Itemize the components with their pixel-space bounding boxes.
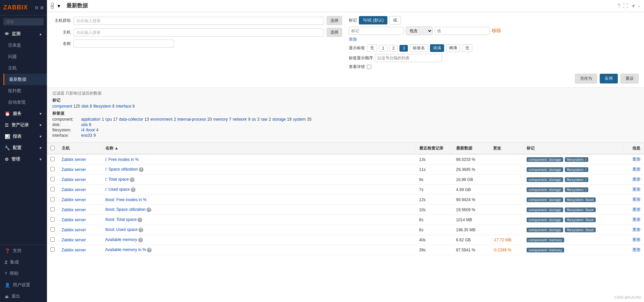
- expand-topbar-button[interactable]: ▼: [631, 3, 636, 9]
- name-link[interactable]: Available memory in %: [105, 247, 146, 252]
- host-link[interactable]: Zabbix server: [62, 218, 86, 222]
- host-link[interactable]: Zabbix server: [62, 228, 86, 232]
- name-link[interactable]: Available memory: [105, 237, 137, 242]
- tag-chip[interactable]: component 125: [52, 104, 80, 109]
- sidebar-item-logout[interactable]: ⏏ 退出: [0, 291, 47, 302]
- tag-badge[interactable]: component: storage: [527, 207, 563, 212]
- tag-val-button[interactable]: os: [252, 117, 256, 122]
- info-link[interactable]: 图形: [633, 177, 641, 182]
- sidebar-item-dashboard[interactable]: 仪表盘: [3, 40, 47, 51]
- info-link[interactable]: 图形: [633, 207, 641, 212]
- tag-or-button[interactable]: 或: [389, 16, 401, 24]
- minimize-icon[interactable]: ⊟: [35, 5, 38, 10]
- host-group-select-button[interactable]: 选择: [327, 16, 342, 25]
- sidebar-item-integrations[interactable]: Z 集成: [0, 256, 47, 268]
- tag-badge[interactable]: component: memory: [527, 248, 564, 252]
- sidebar-group-config[interactable]: 🔧 配置 ▼: [0, 142, 47, 154]
- tag-badge[interactable]: component: storage: [527, 157, 563, 162]
- item-help-icon[interactable]: ?: [139, 228, 143, 232]
- host-link[interactable]: Zabbix server: [62, 248, 86, 252]
- name-link[interactable]: /: Free inodes in %: [105, 157, 139, 162]
- sidebar-group-asset[interactable]: ☰ 资产记录 ▼: [0, 119, 47, 131]
- fullscreen-icon[interactable]: ⛶: [623, 3, 628, 9]
- search-input[interactable]: [3, 18, 44, 25]
- tag-badge[interactable]: filesystem: /boot: [565, 228, 595, 232]
- tag-badge[interactable]: component: storage: [527, 218, 563, 222]
- select-all-checkbox[interactable]: [50, 146, 55, 150]
- sidebar-item-problems[interactable]: 问题: [3, 51, 47, 62]
- tag-badge[interactable]: component: storage: [527, 177, 563, 182]
- col-host-header[interactable]: 主机: [58, 143, 102, 154]
- row-checkbox[interactable]: [50, 197, 55, 201]
- host-link[interactable]: Zabbix server: [62, 177, 86, 182]
- col-change-header[interactable]: 更改: [490, 143, 523, 154]
- name-link[interactable]: /: Used space: [105, 187, 130, 192]
- display-tagname-button[interactable]: 标签名: [410, 44, 428, 52]
- name-link[interactable]: /boot: Space utilization: [105, 207, 146, 212]
- display-none-button[interactable]: 无: [367, 44, 377, 52]
- tag-val-button[interactable]: internal-process: [177, 117, 206, 122]
- saveas-button[interactable]: 另存为: [575, 74, 597, 83]
- row-checkbox[interactable]: [50, 157, 55, 161]
- reset-button[interactable]: 重设: [621, 74, 639, 83]
- item-help-icon[interactable]: ?: [138, 218, 142, 222]
- tag-val-button[interactable]: application: [81, 117, 100, 122]
- host-input[interactable]: [73, 28, 324, 37]
- row-checkbox[interactable]: [50, 237, 55, 242]
- display-none2-button[interactable]: 无: [462, 44, 472, 52]
- info-link[interactable]: 图形: [633, 187, 641, 192]
- tag-val-button[interactable]: cpu: [105, 117, 112, 122]
- forward-topbar-button[interactable]: ›: [638, 3, 640, 9]
- sidebar-group-monitoring[interactable]: 👁 监测 ▲: [0, 28, 47, 40]
- tag-badge[interactable]: filesystem: /: [565, 187, 588, 192]
- tag-val-button[interactable]: /4: [81, 128, 85, 132]
- info-link[interactable]: 图形: [633, 247, 641, 252]
- display-1-button[interactable]: 1: [379, 45, 387, 52]
- col-lastdata-header[interactable]: 最新数据: [453, 143, 490, 154]
- tag-chip[interactable]: filesystem 8: [93, 104, 114, 109]
- tag-badge[interactable]: component: storage: [527, 197, 563, 202]
- row-checkbox[interactable]: [50, 187, 55, 191]
- host-link[interactable]: Zabbix server: [62, 157, 86, 162]
- item-help-icon[interactable]: ?: [139, 167, 144, 172]
- tag-val-button[interactable]: memory: [213, 117, 228, 122]
- tag-condition-select[interactable]: 包含不包含等于: [406, 26, 433, 35]
- tag-val-button[interactable]: network: [233, 117, 247, 122]
- sidebar-item-support[interactable]: ❓ 支持: [0, 245, 47, 256]
- info-link[interactable]: 图形: [633, 237, 641, 242]
- item-help-icon[interactable]: ?: [147, 248, 152, 252]
- tag-badge[interactable]: component: storage: [527, 167, 563, 172]
- info-link[interactable]: 图形: [633, 157, 641, 162]
- tag-badge[interactable]: filesystem: /boot: [565, 207, 595, 212]
- tag-order-input[interactable]: [375, 54, 442, 62]
- host-link[interactable]: Zabbix server: [62, 238, 86, 242]
- row-checkbox[interactable]: [50, 207, 55, 212]
- apply-button[interactable]: 应用: [600, 74, 618, 83]
- sidebar-group-admin[interactable]: ⚙ 管理 ▼: [0, 154, 47, 165]
- item-help-icon[interactable]: ?: [138, 238, 143, 242]
- tag-badge[interactable]: filesystem: /: [565, 167, 588, 172]
- view-detail-checkbox[interactable]: [367, 65, 371, 69]
- tag-val-button[interactable]: environment: [150, 117, 172, 122]
- tag-remove-button[interactable]: 移除: [492, 28, 501, 34]
- tag-chip[interactable]: disk 8: [82, 104, 92, 109]
- name-link[interactable]: /: Space utilization: [105, 167, 138, 172]
- col-tags-header[interactable]: 标记: [523, 143, 624, 154]
- host-group-input[interactable]: [73, 17, 324, 25]
- sidebar-item-hosts[interactable]: 主机: [3, 62, 47, 74]
- sidebar-item-discovery[interactable]: 自动发现: [3, 97, 47, 108]
- info-link[interactable]: 图形: [633, 197, 641, 202]
- sidebar-item-user-settings[interactable]: 👤 用户设置: [0, 279, 47, 291]
- name-link[interactable]: /: Total space: [105, 177, 129, 182]
- filter-icon[interactable]: ▼: [56, 3, 61, 9]
- row-checkbox[interactable]: [50, 247, 55, 252]
- tag-name-input[interactable]: [349, 27, 404, 35]
- name-link[interactable]: /boot: Free inodes in %: [105, 197, 147, 202]
- tag-val-button[interactable]: sda: [81, 122, 88, 127]
- sidebar-group-services[interactable]: ⏰ 服务 ▼: [0, 108, 47, 119]
- name-link[interactable]: /boot: Total space: [105, 217, 137, 222]
- row-checkbox[interactable]: [50, 177, 55, 181]
- tag-val-button[interactable]: /boot: [86, 128, 95, 132]
- row-checkbox[interactable]: [50, 227, 55, 232]
- host-link[interactable]: Zabbix server: [62, 197, 86, 202]
